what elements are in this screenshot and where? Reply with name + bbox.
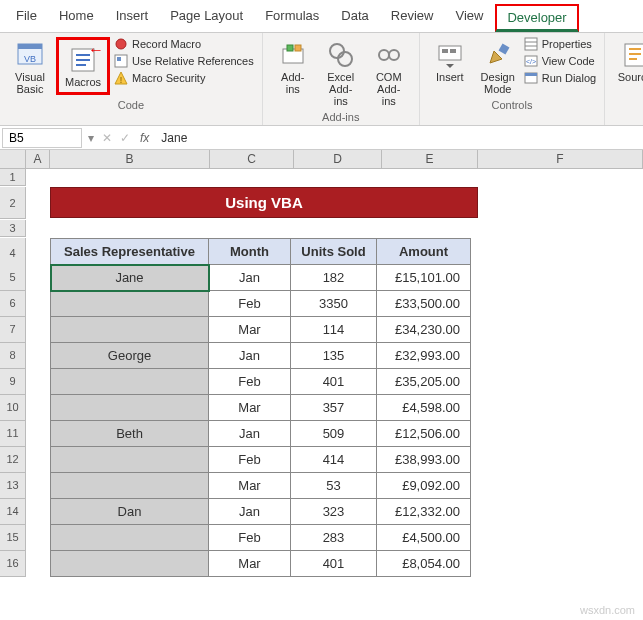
row-header[interactable]: 8 xyxy=(0,343,26,369)
cell-amount[interactable]: £38,993.00 xyxy=(377,447,471,473)
cell-rep[interactable] xyxy=(51,473,209,499)
cell-month[interactable]: Mar xyxy=(209,317,291,343)
table-row[interactable]: Mar114£34,230.00 xyxy=(51,317,471,343)
cell-rep[interactable] xyxy=(51,291,209,317)
insert-control-button[interactable]: Insert xyxy=(428,37,472,85)
design-mode-button[interactable]: Design Mode xyxy=(476,37,520,97)
col-header-d[interactable]: D xyxy=(294,150,382,168)
cell-month[interactable]: Jan xyxy=(209,499,291,525)
cell-units[interactable]: 135 xyxy=(291,343,377,369)
cell-rep[interactable] xyxy=(51,317,209,343)
table-row[interactable]: Feb414£38,993.00 xyxy=(51,447,471,473)
cell-units[interactable]: 114 xyxy=(291,317,377,343)
table-row[interactable]: Mar357£4,598.00 xyxy=(51,395,471,421)
cell-month[interactable]: Feb xyxy=(209,369,291,395)
cancel-icon[interactable]: ✕ xyxy=(98,131,116,145)
macro-security-button[interactable]: ! Macro Security xyxy=(114,71,254,85)
cell-amount[interactable]: £15,101.00 xyxy=(377,265,471,291)
cell-units[interactable]: 509 xyxy=(291,421,377,447)
cell-month[interactable]: Feb xyxy=(209,525,291,551)
row-header[interactable]: 14 xyxy=(0,499,26,525)
th-units[interactable]: Units Sold xyxy=(291,239,377,265)
cell-rep[interactable]: Beth xyxy=(51,421,209,447)
row-header[interactable]: 2 xyxy=(0,187,26,219)
th-month[interactable]: Month xyxy=(209,239,291,265)
cell-rep[interactable]: Dan xyxy=(51,499,209,525)
table-row[interactable]: Mar401£8,054.00 xyxy=(51,551,471,577)
table-row[interactable]: Feb283£4,500.00 xyxy=(51,525,471,551)
cell-rep[interactable] xyxy=(51,395,209,421)
enter-icon[interactable]: ✓ xyxy=(116,131,134,145)
cell-month[interactable]: Jan xyxy=(209,343,291,369)
dropdown-icon[interactable]: ▾ xyxy=(84,131,98,145)
properties-button[interactable]: Properties xyxy=(524,37,596,51)
tab-data[interactable]: Data xyxy=(331,4,378,32)
cell-units[interactable]: 323 xyxy=(291,499,377,525)
table-row[interactable]: Mar53£9,092.00 xyxy=(51,473,471,499)
tab-developer[interactable]: Developer xyxy=(495,4,578,32)
th-amount[interactable]: Amount xyxy=(377,239,471,265)
cell-amount[interactable]: £35,205.00 xyxy=(377,369,471,395)
tab-file[interactable]: File xyxy=(6,4,47,32)
cell-amount[interactable]: £9,092.00 xyxy=(377,473,471,499)
row-header[interactable]: 3 xyxy=(0,220,26,237)
tab-page-layout[interactable]: Page Layout xyxy=(160,4,253,32)
cell-amount[interactable]: £12,332.00 xyxy=(377,499,471,525)
cell-rep[interactable] xyxy=(51,525,209,551)
table-row[interactable]: JaneJan182£15,101.00 xyxy=(51,265,471,291)
cell-amount[interactable]: £4,598.00 xyxy=(377,395,471,421)
cell-amount[interactable]: £8,054.00 xyxy=(377,551,471,577)
cell-month[interactable]: Feb xyxy=(209,447,291,473)
fx-icon[interactable]: fx xyxy=(134,131,155,145)
cell-units[interactable]: 283 xyxy=(291,525,377,551)
row-header[interactable]: 4 xyxy=(0,238,26,268)
run-dialog-button[interactable]: Run Dialog xyxy=(524,71,596,85)
table-row[interactable]: Feb3350£33,500.00 xyxy=(51,291,471,317)
cell-units[interactable]: 401 xyxy=(291,369,377,395)
row-header[interactable]: 9 xyxy=(0,369,26,395)
tab-home[interactable]: Home xyxy=(49,4,104,32)
cell-month[interactable]: Mar xyxy=(209,551,291,577)
view-code-button[interactable]: </> View Code xyxy=(524,54,596,68)
row-header[interactable]: 15 xyxy=(0,525,26,551)
row-header[interactable]: 13 xyxy=(0,473,26,499)
row-header[interactable]: 6 xyxy=(0,291,26,317)
cell-units[interactable]: 357 xyxy=(291,395,377,421)
cell-rep[interactable] xyxy=(51,369,209,395)
record-macro-button[interactable]: Record Macro xyxy=(114,37,254,51)
table-row[interactable]: GeorgeJan135£32,993.00 xyxy=(51,343,471,369)
select-all-corner[interactable] xyxy=(0,150,26,168)
row-header[interactable]: 7 xyxy=(0,317,26,343)
visual-basic-button[interactable]: VB Visual Basic xyxy=(8,37,52,97)
row-header[interactable]: 10 xyxy=(0,395,26,421)
tab-view[interactable]: View xyxy=(445,4,493,32)
table-row[interactable]: DanJan323£12,332.00 xyxy=(51,499,471,525)
tab-insert[interactable]: Insert xyxy=(106,4,159,32)
cell-amount[interactable]: £32,993.00 xyxy=(377,343,471,369)
cell-month[interactable]: Feb xyxy=(209,291,291,317)
cell-month[interactable]: Jan xyxy=(209,421,291,447)
table-row[interactable]: BethJan509£12,506.00 xyxy=(51,421,471,447)
col-header-c[interactable]: C xyxy=(210,150,294,168)
excel-addins-button[interactable]: Excel Add-ins xyxy=(319,37,363,109)
cell-units[interactable]: 182 xyxy=(291,265,377,291)
cell-rep[interactable]: George xyxy=(51,343,209,369)
cell-amount[interactable]: £34,230.00 xyxy=(377,317,471,343)
cell-month[interactable]: Jan xyxy=(209,265,291,291)
row-header[interactable]: 16 xyxy=(0,551,26,577)
row-header[interactable]: 11 xyxy=(0,421,26,447)
cell-amount[interactable]: £12,506.00 xyxy=(377,421,471,447)
cell-units[interactable]: 53 xyxy=(291,473,377,499)
cell-rep[interactable] xyxy=(51,447,209,473)
worksheet-grid[interactable]: 1 2 Using VBA 3 4 Sales Representative M… xyxy=(0,169,643,578)
cell-amount[interactable]: £4,500.00 xyxy=(377,525,471,551)
use-relative-refs-button[interactable]: Use Relative References xyxy=(114,54,254,68)
col-header-f[interactable]: F xyxy=(478,150,643,168)
cell-month[interactable]: Mar xyxy=(209,395,291,421)
cell-amount[interactable]: £33,500.00 xyxy=(377,291,471,317)
cell-rep[interactable] xyxy=(51,551,209,577)
row-header[interactable]: 1 xyxy=(0,169,26,186)
cell-units[interactable]: 401 xyxy=(291,551,377,577)
row-header[interactable]: 5 xyxy=(0,265,26,291)
tab-formulas[interactable]: Formulas xyxy=(255,4,329,32)
